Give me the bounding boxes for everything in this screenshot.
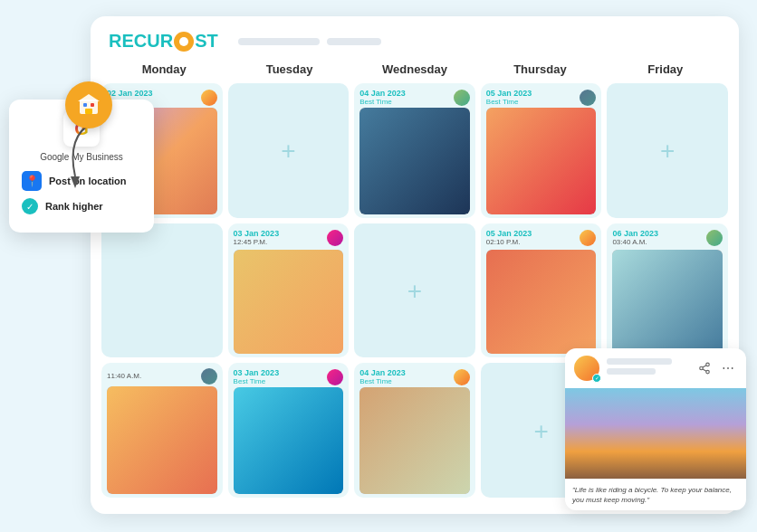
cell-date-r1c4: 05 Jan 2023 <box>486 89 532 98</box>
plus-icon-r2c3: + <box>407 279 422 304</box>
cell-time-r2c2: 12:45 P.M. <box>234 238 280 246</box>
avatar-r2c2 <box>327 230 343 246</box>
svg-point-8 <box>706 370 710 374</box>
checkmark-icon: ✓ <box>26 202 34 212</box>
cal-cell-r1c2[interactable]: + <box>228 83 350 218</box>
cal-cell-r2c3[interactable]: + <box>354 223 475 358</box>
svg-point-6 <box>706 363 710 366</box>
image-placeholder-r2c5 <box>612 250 723 355</box>
avatar-r3c1 <box>201 368 217 385</box>
day-thursday: Thursday <box>477 59 602 80</box>
header-bar-long <box>238 38 320 45</box>
cal-cell-r2c1[interactable] <box>101 223 223 358</box>
day-monday: Monday <box>101 59 226 80</box>
cell-label-r1c3: Best Time <box>359 98 406 106</box>
cal-cell-r2c5: 06 Jan 2023 03:40 A.M. <box>607 223 728 358</box>
plus-icon-r1c5: + <box>660 138 675 164</box>
plus-icon-r1c2: + <box>281 138 295 164</box>
svg-marker-4 <box>78 94 100 101</box>
cal-cell-r2c2: 03 Jan 2023 12:45 P.M. <box>228 223 350 358</box>
svg-marker-5 <box>71 176 80 188</box>
cell-image-r2c4 <box>486 250 597 355</box>
arrow-curve <box>62 118 107 194</box>
cell-date-row-r1c4: 05 Jan 2023 Best Time <box>486 89 597 106</box>
image-placeholder-r1c4 <box>486 108 597 214</box>
cell-date-r2c4: 05 Jan 2023 <box>486 229 532 238</box>
plus-icon-r3c4: + <box>533 419 548 444</box>
cal-cell-r2c4: 05 Jan 2023 02:10 P.M. <box>481 223 602 358</box>
image-placeholder-r3c1 <box>107 386 217 494</box>
recurpost-logo: RECUR ST <box>109 31 218 52</box>
check-circle-icon: ✓ <box>22 198 38 214</box>
avatar-r1c3 <box>454 90 470 106</box>
sc-image-content <box>565 388 746 479</box>
cell-time-r2c5: 03:40 A.M. <box>612 238 658 246</box>
cell-time-r3c1: 11:40 A.M. <box>107 372 141 380</box>
gmb-feature-rank: ✓ Rank higher <box>22 198 141 214</box>
day-friday: Friday <box>603 59 728 80</box>
svg-rect-1 <box>83 103 87 107</box>
calendar-header: RECUR ST <box>91 16 739 59</box>
cell-date-row-r3c2: 03 Jan 2023 Best Time <box>234 368 344 385</box>
svg-line-10 <box>703 365 706 366</box>
cal-cell-r1c4: 05 Jan 2023 Best Time <box>481 83 602 218</box>
image-placeholder-r3c2 <box>234 387 344 494</box>
cal-cell-r1c5[interactable]: + <box>607 83 728 218</box>
image-placeholder-r3c3 <box>359 387 470 494</box>
cell-image-r1c3 <box>359 108 470 214</box>
header-bar-short <box>327 38 381 45</box>
cell-date-row-r2c2: 03 Jan 2023 12:45 P.M. <box>234 229 344 248</box>
location-icon-container: 📍 <box>22 171 42 191</box>
cell-date-r2c5: 06 Jan 2023 <box>612 229 658 238</box>
cell-date-r1c1: 02 Jan 2023 <box>107 89 153 98</box>
cell-date-r3c2: 03 Jan 2023 <box>234 368 280 377</box>
sc-name-line-1 <box>607 358 672 365</box>
sc-image <box>565 388 746 479</box>
cell-date-row-r2c5: 06 Jan 2023 03:40 A.M. <box>612 229 723 248</box>
svg-line-9 <box>703 369 706 371</box>
sc-avatar: ✓ <box>574 356 599 381</box>
svg-point-7 <box>700 366 704 370</box>
cell-date-row-r3c3: 04 Jan 2023 Best Time <box>359 368 470 385</box>
verified-badge: ✓ <box>592 374 601 383</box>
avatar-r3c3 <box>454 369 470 385</box>
share-button[interactable] <box>695 359 714 377</box>
cal-cell-r1c3: 04 Jan 2023 Best Time <box>354 83 475 218</box>
social-card-header: ✓ ⋯ <box>565 348 746 388</box>
main-container: RECUR ST Monday Tuesday Wednesday Thursd… <box>0 0 757 532</box>
day-tuesday: Tuesday <box>226 59 351 80</box>
gmb-float-icon[interactable] <box>65 81 112 128</box>
image-placeholder-r2c2 <box>234 250 344 355</box>
cell-image-r2c2 <box>234 250 344 355</box>
gmb-building-icon <box>76 92 101 118</box>
sc-actions[interactable]: ⋯ <box>695 359 737 377</box>
cell-label-r1c4: Best Time <box>486 98 532 106</box>
cell-time-r2c4: 02:10 P.M. <box>486 238 532 246</box>
more-options-button[interactable]: ⋯ <box>719 359 737 377</box>
avatar-r2c4 <box>580 230 596 246</box>
sc-name-lines <box>607 358 688 378</box>
image-placeholder-r1c3 <box>359 108 470 214</box>
cal-cell-r3c3: 04 Jan 2023 Best Time <box>354 363 475 498</box>
avatar-r1c4 <box>580 90 596 106</box>
cell-label-r3c2: Best Time <box>234 377 280 385</box>
social-card: ✓ ⋯ "Life is like riding a bicycle. To k… <box>565 348 746 510</box>
cell-image-r3c3 <box>359 387 470 494</box>
cell-date-r2c2: 03 Jan 2023 <box>234 229 280 238</box>
logo-recur-text: RECUR <box>109 31 173 52</box>
avatar-r1c1 <box>201 90 217 106</box>
map-pin-icon: 📍 <box>25 175 39 187</box>
logo-circle <box>174 32 194 52</box>
gmb-feature2-text: Rank higher <box>45 201 103 212</box>
cal-cell-r3c2: 03 Jan 2023 Best Time <box>228 363 350 498</box>
days-row: Monday Tuesday Wednesday Thursday Friday <box>91 59 739 80</box>
logo-post-text: ST <box>195 31 218 52</box>
image-placeholder-r2c4 <box>486 250 597 355</box>
svg-rect-3 <box>85 109 92 114</box>
logo-circle-inner <box>179 37 188 46</box>
cell-date-row-r1c3: 04 Jan 2023 Best Time <box>359 89 470 106</box>
cal-cell-r3c1: 11:40 A.M. <box>101 363 223 498</box>
avatar-r2c5 <box>706 230 723 246</box>
sc-name-line-2 <box>607 368 656 375</box>
cell-date-r3c3: 04 Jan 2023 <box>359 368 406 377</box>
